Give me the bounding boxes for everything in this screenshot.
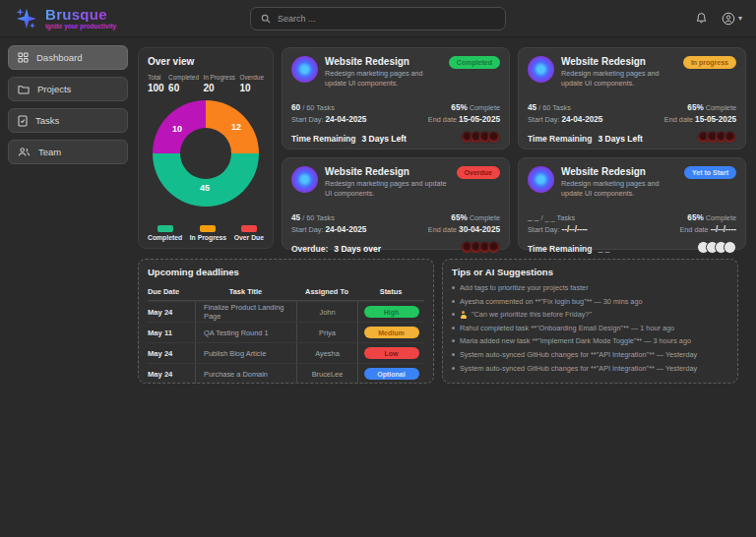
sidebar-item-team[interactable]: Team [8,140,128,164]
bullet-dot [452,313,455,316]
sidebar-item-label: Dashboard [36,52,82,63]
project-description: Redesign marketing pages and update UI c… [325,179,448,198]
chart-legend: Completed In Progress Over Due [148,225,264,241]
user-menu[interactable]: ▾ [722,12,742,26]
start-date: Start Day: 24-04-2025 [528,115,602,124]
time-remaining: Time Remaining3 Days Left [291,128,407,146]
percent-complete: 65% Complete [687,103,736,112]
tips-list: Add tags to prioritize your projects fas… [452,283,728,373]
stat-in-progress: In Progress 20 [203,74,235,93]
person-icon [460,311,467,319]
list-item: Maria added new task **"Implement Dark M… [452,336,728,345]
sparkle-logo-icon [14,6,39,31]
tips-panel: Tips or AI Suggestions Add tags to prior… [442,259,738,384]
overview-stats: Total 100 Completed 60 In Progress 20 Ov… [148,74,264,93]
end-date: End date 15-05-2025 [428,115,500,124]
deadlines-table: Due Date Task Title Assigned To Status M… [148,283,424,384]
project-card-in-progress[interactable]: Website Redesign Redesign marketing page… [518,47,746,149]
project-card-completed[interactable]: Website Redesign Redesign marketing page… [282,47,510,149]
deadlines-title: Upcoming deadlines [148,267,424,277]
search-bar[interactable] [250,7,506,30]
priority-pill: Low [364,347,419,359]
bullet-dot [452,286,455,289]
folder-icon [18,84,30,94]
stat-total: Total 100 [148,74,164,93]
task-check-icon [18,115,28,127]
bell-icon [695,12,708,25]
notifications-button[interactable] [695,12,708,25]
list-item: Ayesha commented on **"Fix login bug"** … [452,297,728,306]
legend-swatch-over-due [241,225,257,232]
time-remaining: Time Remaining3 Days Left [528,128,643,146]
project-avatar [528,166,554,193]
bullet-dot [452,353,455,356]
top-bar: Brusque Ignite your productivity [0,0,756,37]
tasks-count: _ _ / _ _ Tasks [528,213,575,222]
project-cards-grid: Website Redesign Redesign marketing page… [282,47,746,250]
project-description: Redesign marketing pages and update UI c… [561,69,676,88]
status-badge: In progress [683,56,736,69]
end-date: End date 30-04-2025 [428,225,500,234]
project-description: Redesign marketing pages and update UI c… [561,179,677,198]
tips-title: Tips or AI Suggestions [452,267,728,277]
team-people-icon [18,147,31,157]
team-avatars [461,131,500,144]
legend-in-progress: In Progress [190,225,226,241]
stat-completed: Completed 60 [168,74,199,93]
project-description: Redesign marketing pages and update UI c… [325,69,442,88]
brand-tagline: Ignite your productivity [45,23,116,30]
end-date: End date 15-05-2025 [664,115,736,124]
user-avatar-icon [722,12,735,26]
sidebar-item-label: Tasks [35,115,59,126]
table-row[interactable]: May 11 QA Testing Round 1 Priya Medium [148,322,424,342]
donut-chart: 12 45 10 [153,100,259,207]
overview-title: Over view [148,56,264,67]
overview-card: Over view Total 100 Completed 60 In Prog… [138,47,274,249]
status-badge: Overdue [457,166,500,179]
bullet-dot [452,367,455,370]
time-remaining: Time Remaining_ _ [528,238,609,256]
overdue-time: Overdue:3 Days over [291,238,381,256]
brand-name: Brusque [45,7,116,22]
donut-label-completed: 45 [200,183,210,193]
sidebar-item-dashboard[interactable]: Dashboard [8,45,128,70]
priority-pill: Medium [364,327,419,338]
list-item: Add tags to prioritize your projects fas… [452,283,728,292]
priority-pill: High [364,306,419,318]
team-avatars [697,131,736,144]
list-item: Rahul completed task **"Onboarding Email… [452,324,728,332]
legend-swatch-completed [158,225,173,232]
end-date: End date --/--/---- [679,225,736,234]
bullet-dot [452,327,455,329]
percent-complete: 65% Complete [687,213,736,222]
list-item: System auto-synced GitHub changes for **… [452,350,728,359]
project-title: Website Redesign [561,166,677,177]
sidebar-item-projects[interactable]: Projects [8,77,128,101]
list-item: System auto-synced GitHub changes for **… [452,364,728,373]
start-date: Start Day: 24-04-2025 [291,225,366,234]
tasks-count: 45 / 60 Tasks [291,213,335,222]
project-avatar [528,56,554,83]
logo[interactable]: Brusque Ignite your productivity [14,6,240,31]
project-card-overdue[interactable]: Website Redesign Redesign marketing page… [282,157,510,250]
status-badge: Completed [449,56,500,69]
table-row[interactable]: May 24 Purchase a Domain BruceLee Option… [148,363,424,384]
bullet-dot [452,300,455,303]
start-date: Start Day: 24-04-2025 [291,115,366,124]
table-row[interactable]: May 24 Finalize Product Landing Page Joh… [148,301,424,322]
tasks-count: 45 / 60 Tasks [528,103,571,112]
list-item: "Can we prioritize this before Friday?" [452,310,728,319]
percent-complete: 65% Complete [451,213,500,222]
upcoming-deadlines-panel: Upcoming deadlines Due Date Task Title A… [138,259,434,384]
dashboard-grid-icon [18,52,29,63]
project-card-yet-to-start[interactable]: Website Redesign Redesign marketing page… [518,157,746,250]
sidebar-item-label: Team [38,147,61,157]
sidebar-item-tasks[interactable]: Tasks [8,108,128,133]
bullet-dot [452,339,455,342]
legend-over-due: Over Due [234,225,264,241]
stat-overdue: Overdue 10 [239,74,264,93]
start-date: Start Day: --/--/---- [528,225,588,234]
chevron-down-icon: ▾ [738,14,742,23]
search-input[interactable] [278,14,495,24]
table-row[interactable]: May 24 Publish Blog Article Ayesha Low [148,342,424,363]
